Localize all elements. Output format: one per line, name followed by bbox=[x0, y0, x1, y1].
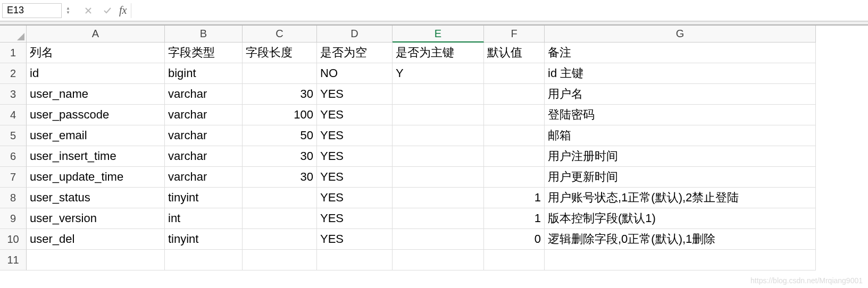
cell-G1[interactable]: 备注 bbox=[545, 43, 816, 63]
cell-C4[interactable]: 100 bbox=[243, 105, 317, 125]
cell-A8[interactable]: user_status bbox=[27, 188, 165, 208]
cell-E1[interactable]: 是否为主键 bbox=[393, 43, 484, 63]
cell-A11[interactable] bbox=[27, 250, 165, 270]
cell-E4[interactable] bbox=[393, 105, 484, 125]
cell-E9[interactable] bbox=[393, 208, 484, 229]
cell-F6[interactable] bbox=[484, 146, 545, 167]
cell-A6[interactable]: user_insert_time bbox=[27, 146, 165, 167]
column-header-D[interactable]: D bbox=[317, 26, 393, 43]
column-header-C[interactable]: C bbox=[243, 26, 317, 43]
row-header-10[interactable]: 10 bbox=[0, 229, 27, 250]
cell-D5[interactable]: YES bbox=[317, 125, 393, 146]
column-header-G[interactable]: G bbox=[545, 26, 816, 43]
cell-D8[interactable]: YES bbox=[317, 188, 393, 208]
row-header-5[interactable]: 5 bbox=[0, 125, 27, 146]
cell-F8[interactable]: 1 bbox=[484, 188, 545, 208]
cell-G7[interactable]: 用户更新时间 bbox=[545, 167, 816, 188]
cell-C2[interactable] bbox=[243, 63, 317, 84]
stepper-down-icon[interactable]: ▼ bbox=[66, 11, 70, 15]
cell-E5[interactable] bbox=[393, 125, 484, 146]
cell-B9[interactable]: int bbox=[165, 208, 243, 229]
row-header-9[interactable]: 9 bbox=[0, 208, 27, 229]
cell-B8[interactable]: tinyint bbox=[165, 188, 243, 208]
cell-A4[interactable]: user_passcode bbox=[27, 105, 165, 125]
cell-B11[interactable] bbox=[165, 250, 243, 270]
cell-E10[interactable] bbox=[393, 229, 484, 250]
cell-C7[interactable]: 30 bbox=[243, 167, 317, 188]
cell-B10[interactable]: tinyint bbox=[165, 229, 243, 250]
column-header-F[interactable]: F bbox=[484, 26, 545, 43]
cell-A3[interactable]: user_name bbox=[27, 84, 165, 105]
cancel-formula-button[interactable] bbox=[81, 3, 96, 18]
cell-C9[interactable] bbox=[243, 208, 317, 229]
cell-E11[interactable] bbox=[393, 250, 484, 270]
cell-C5[interactable]: 50 bbox=[243, 125, 317, 146]
cell-B5[interactable]: varchar bbox=[165, 125, 243, 146]
name-box-stepper[interactable]: ▲ ▼ bbox=[66, 6, 70, 15]
cell-F3[interactable] bbox=[484, 84, 545, 105]
cell-C6[interactable]: 30 bbox=[243, 146, 317, 167]
cell-G2[interactable]: id 主键 bbox=[545, 63, 816, 84]
cell-F11[interactable] bbox=[484, 250, 545, 270]
cell-G3[interactable]: 用户名 bbox=[545, 84, 816, 105]
cell-C11[interactable] bbox=[243, 250, 317, 270]
cell-D9[interactable]: YES bbox=[317, 208, 393, 229]
cell-A1[interactable]: 列名 bbox=[27, 43, 165, 63]
cell-A5[interactable]: user_email bbox=[27, 125, 165, 146]
row-header-3[interactable]: 3 bbox=[0, 84, 27, 105]
row-header-11[interactable]: 11 bbox=[0, 250, 27, 270]
cell-G8[interactable]: 用户账号状态,1正常(默认),2禁止登陆 bbox=[545, 188, 816, 208]
row-header-8[interactable]: 8 bbox=[0, 188, 27, 208]
cell-D1[interactable]: 是否为空 bbox=[317, 43, 393, 63]
cell-F7[interactable] bbox=[484, 167, 545, 188]
cell-E7[interactable] bbox=[393, 167, 484, 188]
cell-G11[interactable] bbox=[545, 250, 816, 270]
select-all-corner[interactable] bbox=[0, 26, 27, 43]
row-header-4[interactable]: 4 bbox=[0, 105, 27, 125]
cell-A7[interactable]: user_update_time bbox=[27, 167, 165, 188]
cell-F5[interactable] bbox=[484, 125, 545, 146]
cell-F10[interactable]: 0 bbox=[484, 229, 545, 250]
cell-C1[interactable]: 字段长度 bbox=[243, 43, 317, 63]
cell-E2[interactable]: Y bbox=[393, 63, 484, 84]
cell-B3[interactable]: varchar bbox=[165, 84, 243, 105]
cell-D6[interactable]: YES bbox=[317, 146, 393, 167]
cell-A9[interactable]: user_version bbox=[27, 208, 165, 229]
cell-G4[interactable]: 登陆密码 bbox=[545, 105, 816, 125]
cell-D7[interactable]: YES bbox=[317, 167, 393, 188]
cell-D4[interactable]: YES bbox=[317, 105, 393, 125]
cell-G10[interactable]: 逻辑删除字段,0正常(默认),1删除 bbox=[545, 229, 816, 250]
row-header-2[interactable]: 2 bbox=[0, 63, 27, 84]
fx-label[interactable]: fx bbox=[119, 4, 127, 16]
cell-A10[interactable]: user_del bbox=[27, 229, 165, 250]
formula-input[interactable] bbox=[131, 3, 866, 18]
cell-B2[interactable]: bigint bbox=[165, 63, 243, 84]
cell-A2[interactable]: id bbox=[27, 63, 165, 84]
cell-G5[interactable]: 邮箱 bbox=[545, 125, 816, 146]
column-header-E[interactable]: E bbox=[393, 26, 484, 43]
cell-D3[interactable]: YES bbox=[317, 84, 393, 105]
cell-E8[interactable] bbox=[393, 188, 484, 208]
cell-G9[interactable]: 版本控制字段(默认1) bbox=[545, 208, 816, 229]
cell-B7[interactable]: varchar bbox=[165, 167, 243, 188]
cell-F9[interactable]: 1 bbox=[484, 208, 545, 229]
cell-G6[interactable]: 用户注册时间 bbox=[545, 146, 816, 167]
cell-C3[interactable]: 30 bbox=[243, 84, 317, 105]
cell-B4[interactable]: varchar bbox=[165, 105, 243, 125]
cell-C10[interactable] bbox=[243, 229, 317, 250]
cell-B6[interactable]: varchar bbox=[165, 146, 243, 167]
cell-C8[interactable] bbox=[243, 188, 317, 208]
confirm-formula-button[interactable] bbox=[100, 3, 115, 18]
row-header-1[interactable]: 1 bbox=[0, 43, 27, 63]
column-header-A[interactable]: A bbox=[27, 26, 165, 43]
row-header-6[interactable]: 6 bbox=[0, 146, 27, 167]
cell-D2[interactable]: NO bbox=[317, 63, 393, 84]
cell-B1[interactable]: 字段类型 bbox=[165, 43, 243, 63]
row-header-7[interactable]: 7 bbox=[0, 167, 27, 188]
cell-D10[interactable]: YES bbox=[317, 229, 393, 250]
column-header-B[interactable]: B bbox=[165, 26, 243, 43]
cell-D11[interactable] bbox=[317, 250, 393, 270]
cell-F2[interactable] bbox=[484, 63, 545, 84]
cell-E6[interactable] bbox=[393, 146, 484, 167]
cell-F1[interactable]: 默认值 bbox=[484, 43, 545, 63]
